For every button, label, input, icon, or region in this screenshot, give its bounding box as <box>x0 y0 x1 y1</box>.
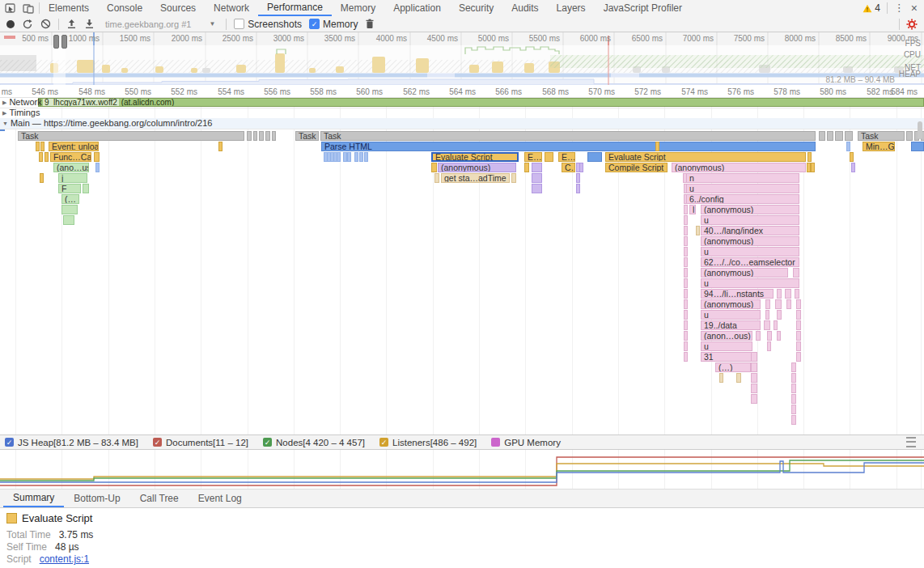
flame-bar[interactable] <box>767 331 772 341</box>
flame-bar[interactable]: 19../data <box>701 320 761 330</box>
flame-bar[interactable] <box>684 247 688 256</box>
expand-icon[interactable]: ▶ <box>2 100 6 105</box>
flame-bar[interactable] <box>545 152 553 162</box>
counter-legend-item[interactable]: GPU Memory <box>491 438 561 447</box>
flame-bar[interactable]: Compile Script <box>605 163 668 172</box>
counter-legend-item[interactable]: ✓Documents[11 – 12] <box>153 438 248 447</box>
flame-bar[interactable] <box>719 373 723 383</box>
flame-bar[interactable] <box>767 341 771 351</box>
flame-bar[interactable] <box>40 173 44 183</box>
flame-bar[interactable] <box>777 289 782 299</box>
flame-bar[interactable]: Evaluate Script <box>431 152 519 162</box>
profile-select[interactable]: time.geekbang.org #1 ▼ <box>102 19 218 29</box>
counter-checkbox[interactable] <box>491 438 500 447</box>
flame-bar[interactable] <box>684 310 688 320</box>
flame-bar[interactable] <box>684 341 688 351</box>
flame-bar[interactable] <box>736 373 741 383</box>
flame-bar[interactable]: u <box>686 184 799 193</box>
warning-badge[interactable]: 4 <box>863 2 880 14</box>
flame-bar[interactable] <box>827 131 833 141</box>
flame-bar[interactable] <box>684 215 688 225</box>
flame-bar[interactable] <box>791 394 796 404</box>
vertical-scrollbar[interactable] <box>918 121 922 139</box>
flame-bar[interactable] <box>431 163 437 172</box>
clear-icon[interactable] <box>40 19 51 29</box>
flame-bar[interactable] <box>796 331 801 341</box>
flame-bar[interactable] <box>39 152 43 162</box>
flame-bar[interactable]: E…t <box>524 152 542 162</box>
flame-bar[interactable]: Task <box>858 131 905 141</box>
tab-sources[interactable]: Sources <box>151 1 205 16</box>
tab-bottom-up[interactable]: Bottom-Up <box>64 490 129 507</box>
flame-bar[interactable]: (…) <box>715 362 751 372</box>
flame-bar[interactable] <box>265 131 270 141</box>
flame-bar[interactable]: (ano…us) <box>53 163 89 172</box>
track-timings[interactable]: ▶Timings <box>0 108 924 119</box>
flame-bar[interactable]: 6../config <box>686 194 799 204</box>
tab-layers[interactable]: Layers <box>548 1 595 16</box>
flame-bar[interactable]: Evaluate Script <box>605 152 806 162</box>
flame-bar[interactable]: (anon…ous) <box>701 331 752 341</box>
tab-performance[interactable]: Performance <box>258 1 332 16</box>
flame-bar[interactable] <box>587 152 602 162</box>
overview-selection[interactable] <box>53 47 66 85</box>
flame-bar[interactable]: u <box>701 310 761 320</box>
flame-bar[interactable] <box>796 320 801 330</box>
flame-bar[interactable] <box>684 289 688 299</box>
tab-event-log[interactable]: Event Log <box>189 490 252 507</box>
flame-bar[interactable]: C… <box>562 163 575 172</box>
record-button[interactable] <box>6 20 15 28</box>
tab-network[interactable]: Network <box>205 1 258 16</box>
flame-bar[interactable] <box>655 142 659 151</box>
track-network[interactable]: ▶Network 9_lhcgya71wx.woff2 (at.alicdn.c… <box>0 97 924 108</box>
flame-bar[interactable] <box>684 226 688 235</box>
flame-bar[interactable]: Task <box>295 131 319 141</box>
flame-bar[interactable]: 62…/../co…eamselector <box>701 257 799 267</box>
reload-icon[interactable] <box>22 19 33 30</box>
network-request-bar[interactable]: 9_lhcgya71wx.woff2 (at.alicdn.com) <box>38 98 924 107</box>
flame-bar[interactable] <box>684 205 688 214</box>
inspect-element-icon[interactable] <box>5 3 16 14</box>
flame-bar[interactable] <box>434 173 439 183</box>
screenshots-checkbox[interactable] <box>234 19 244 29</box>
tab-summary[interactable]: Summary <box>3 490 64 507</box>
flame-bar[interactable] <box>684 352 688 362</box>
flame-bar[interactable] <box>684 236 688 246</box>
flame-bar[interactable] <box>354 152 358 162</box>
counter-legend-item[interactable]: ✓Listeners[486 – 492] <box>379 438 477 447</box>
counter-checkbox[interactable]: ✓ <box>5 438 14 447</box>
flame-bar[interactable] <box>819 131 825 141</box>
flame-bar[interactable] <box>61 205 78 214</box>
flame-bar[interactable] <box>684 268 688 278</box>
flame-bar[interactable] <box>684 331 688 341</box>
track-main[interactable]: ▼Main — https://time.geekbang.org/column… <box>0 118 924 129</box>
flame-bar[interactable]: Min…GC <box>863 142 895 151</box>
flame-bar[interactable] <box>850 152 854 162</box>
counters-menu-icon[interactable] <box>906 437 916 447</box>
flame-bar[interactable] <box>906 131 913 141</box>
flame-bar[interactable]: l <box>689 205 696 214</box>
flame-bar[interactable] <box>911 142 924 151</box>
flame-bar[interactable]: (anonymous) <box>701 205 799 214</box>
screenshots-toggle[interactable]: Screenshots <box>234 19 302 30</box>
flame-bar[interactable] <box>532 184 542 193</box>
flame-bar[interactable]: j <box>58 173 87 183</box>
tab-audits[interactable]: Audits <box>502 1 547 16</box>
flame-bar[interactable]: u <box>701 341 752 351</box>
trash-icon[interactable] <box>365 19 375 29</box>
save-profile-icon[interactable] <box>84 19 95 29</box>
flame-bar[interactable]: (anonymous) <box>701 299 761 309</box>
flame-bar[interactable] <box>811 163 815 172</box>
overview-right-handle[interactable] <box>61 35 67 49</box>
flame-bar[interactable]: get sta…adTime <box>441 173 510 183</box>
load-profile-icon[interactable] <box>66 19 77 29</box>
flame-bar[interactable] <box>253 131 257 141</box>
flame-bar[interactable] <box>579 163 583 172</box>
flame-bar[interactable] <box>95 163 100 172</box>
flame-bar[interactable] <box>247 131 252 141</box>
flame-bar[interactable] <box>835 131 843 141</box>
flame-bar[interactable]: u <box>701 247 799 256</box>
flame-bar[interactable] <box>785 289 791 299</box>
flame-bar[interactable] <box>751 394 757 404</box>
flame-bar[interactable] <box>796 341 801 351</box>
